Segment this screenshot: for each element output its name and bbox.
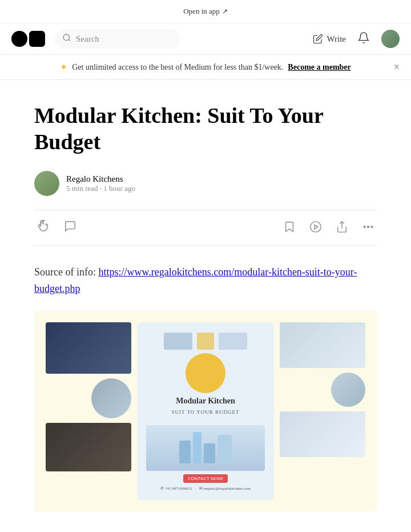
banner-star-icon: ✦ xyxy=(60,62,67,73)
center-yellow-circle xyxy=(186,353,225,393)
logo-rect xyxy=(29,31,45,47)
author-row: Regalo Kitchens 5 min read · 1 hour ago xyxy=(34,171,377,196)
search-icon xyxy=(62,33,71,45)
listen-icon xyxy=(309,221,322,235)
kitchen-collage: Modular Kitchen SUIT TO YOUR BUDGET xyxy=(46,322,365,500)
save-button[interactable] xyxy=(281,218,298,237)
kitchen-image-circle-right xyxy=(331,373,365,407)
svg-point-1 xyxy=(311,222,321,232)
comment-button[interactable] xyxy=(62,218,79,238)
banner-close-button[interactable]: × xyxy=(394,61,400,73)
action-left xyxy=(34,217,79,238)
svg-point-4 xyxy=(364,226,365,228)
open-in-app-text: Open in app xyxy=(183,7,220,16)
kitchen-image-light-right-top xyxy=(280,322,365,368)
logo[interactable] xyxy=(11,31,45,47)
action-right xyxy=(281,218,377,237)
more-icon xyxy=(362,221,374,235)
kitchen-image-circle-gray xyxy=(91,378,131,418)
image-col-right xyxy=(280,322,365,500)
open-in-app-bar: Open in app ↗ xyxy=(0,0,411,23)
contact-info: ✆ +91 9971006612 ✉ enquiry@regalokitchen… xyxy=(160,486,251,491)
clap-icon xyxy=(37,219,50,236)
image-col-left xyxy=(46,322,131,500)
action-bar xyxy=(34,210,377,246)
article-title: Modular Kitchen: Suit To Your Budget xyxy=(34,103,377,155)
svg-point-6 xyxy=(371,226,373,228)
avatar-image xyxy=(381,30,400,48)
comment-icon xyxy=(64,220,76,235)
article-image-block: Modular Kitchen SUIT TO YOUR BUDGET xyxy=(34,311,377,511)
publish-time: 1 hour ago xyxy=(103,184,135,193)
kitchen-image-dark-brown xyxy=(46,423,131,471)
svg-point-0 xyxy=(63,34,70,41)
article-source-text: Source of info: https://www.regalokitche… xyxy=(34,264,377,297)
open-in-app-link[interactable]: Open in app ↗ xyxy=(183,7,228,16)
center-subtitle: SUIT TO YOUR BUDGET xyxy=(172,409,240,415)
share-icon xyxy=(336,221,348,235)
article-content: Modular Kitchen: Suit To Your Budget Reg… xyxy=(0,80,411,523)
write-icon xyxy=(313,34,323,44)
search-bar[interactable]: Search xyxy=(54,29,180,49)
kitchen-illustration xyxy=(146,425,265,471)
read-time: 5 min read xyxy=(66,184,98,193)
author-name[interactable]: Regalo Kitchens xyxy=(66,174,135,184)
author-meta: 5 min read · 1 hour ago xyxy=(66,184,135,193)
image-col-center: Modular Kitchen SUIT TO YOUR BUDGET xyxy=(137,322,274,500)
author-avatar[interactable] xyxy=(34,171,59,196)
listen-button[interactable] xyxy=(307,218,324,237)
open-in-app-arrow: ↗ xyxy=(222,7,228,16)
author-avatar-image xyxy=(34,171,59,196)
svg-point-5 xyxy=(368,226,369,228)
svg-marker-2 xyxy=(315,225,318,229)
search-placeholder: Search xyxy=(76,34,99,44)
clap-button[interactable] xyxy=(34,217,53,238)
contact-now-button[interactable]: CONTACT NOW! xyxy=(183,474,228,483)
nav-right: Write xyxy=(313,30,400,48)
more-button[interactable] xyxy=(360,218,377,237)
logo-circle xyxy=(11,31,27,47)
save-icon xyxy=(283,221,296,235)
user-avatar[interactable] xyxy=(381,30,400,48)
author-info: Regalo Kitchens 5 min read · 1 hour ago xyxy=(66,174,135,193)
navbar: Search Write xyxy=(0,23,411,55)
write-label: Write xyxy=(327,34,346,44)
contact-email: ✉ enquiry@regalokitchens.com xyxy=(199,486,251,491)
contact-phone: ✆ +91 9971006612 xyxy=(160,486,192,491)
kitchen-image-light-right-bottom xyxy=(280,411,365,457)
write-button[interactable]: Write xyxy=(313,34,346,44)
membership-banner: ✦ Get unlimited access to the best of Me… xyxy=(0,55,411,80)
kitchen-image-dark-blue xyxy=(46,322,131,374)
banner-text: Get unlimited access to the best of Medi… xyxy=(72,63,283,72)
center-promotional-image: Modular Kitchen SUIT TO YOUR BUDGET xyxy=(137,322,274,500)
center-title: Modular Kitchen xyxy=(176,397,235,406)
notification-bell[interactable] xyxy=(357,31,370,47)
source-prefix: Source of info: xyxy=(34,266,98,278)
logo-shape xyxy=(11,31,45,47)
become-member-link[interactable]: Become a member xyxy=(288,63,350,72)
share-button[interactable] xyxy=(333,218,350,237)
